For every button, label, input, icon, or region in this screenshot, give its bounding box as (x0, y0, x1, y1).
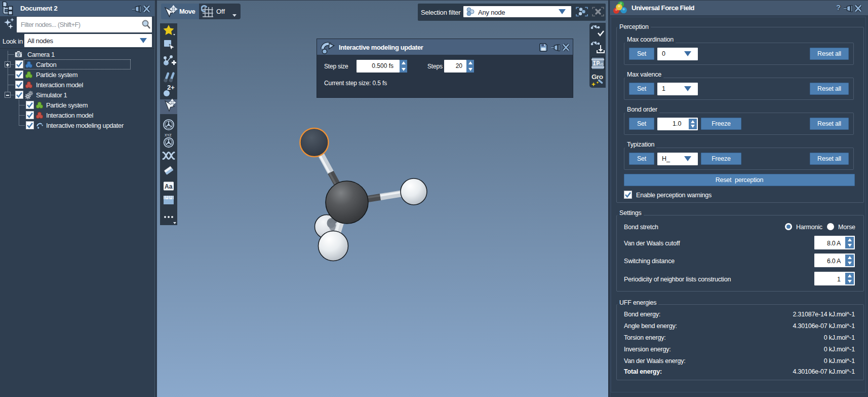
svg-text:2+: 2+ (167, 84, 175, 91)
svg-text:Aa: Aa (165, 183, 173, 190)
svg-text:v6: v6 (599, 62, 604, 66)
svg-text:Gro: Gro (591, 73, 603, 81)
svg-text:XYZ: XYZ (165, 133, 172, 137)
